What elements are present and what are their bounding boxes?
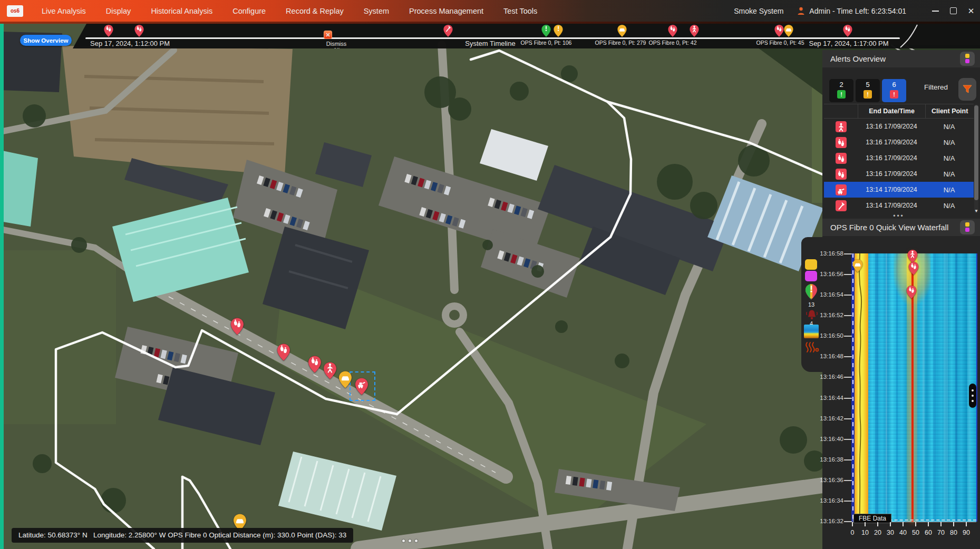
alert-table-row[interactable]: 13:14 17/09/2024N/A [824, 182, 974, 198]
pin-alert-count: 13 [801, 301, 821, 308]
alerts-scrollbar[interactable] [974, 104, 978, 213]
waterfall-right-border [976, 253, 977, 522]
waterfall-thumbnail-icon[interactable] [804, 325, 819, 338]
tick-dash [844, 480, 852, 481]
x-tick [940, 522, 942, 526]
menu-system[interactable]: System [354, 7, 399, 15]
column-end-datetime[interactable]: End Date/Time [858, 104, 926, 118]
timeline-end-curve [885, 24, 921, 48]
alert-count-green[interactable]: 2! [829, 79, 853, 102]
alert-table-row[interactable]: 13:14 17/09/2024N/A [824, 198, 974, 213]
scroll-down-arrow[interactable]: ▼ [974, 209, 978, 213]
alert-count-red[interactable]: 6! [882, 79, 906, 102]
x-tick [852, 522, 853, 526]
tick-dash [844, 356, 852, 357]
footprints-icon [836, 153, 847, 164]
map-footprints-pin[interactable] [307, 355, 322, 376]
timeline-marker-exclaim[interactable] [541, 24, 551, 37]
waterfall-time-tick: 13:16:56 [818, 271, 843, 277]
alert-count-yellow[interactable]: 5! [856, 79, 880, 102]
filter-button[interactable] [958, 78, 976, 101]
timeline-marker-footprints[interactable] [103, 24, 114, 37]
waterfall-footprints-pin[interactable] [906, 285, 917, 301]
tick-dash [844, 315, 852, 316]
maximize-button[interactable] [944, 4, 962, 18]
menu-configure[interactable]: Configure [222, 7, 276, 15]
waterfall-header: OPS Fibre 0 Quick View Waterfall [822, 219, 980, 236]
timeline-label: Sep 17, 2024, 1:17:00 PM [809, 40, 888, 47]
heat-squiggle-icon[interactable] [804, 341, 819, 353]
timeline-marker-footprints[interactable] [134, 24, 144, 37]
waterfall-time-tick: 13:16:54 [818, 291, 843, 298]
timeline-label: OPS Fibre 0, Pt: 45 [756, 40, 804, 46]
main-menu-bar: os6 Live AnalysisDisplayHistorical Analy… [0, 0, 980, 22]
yellow-severity-swatch[interactable] [805, 259, 817, 270]
timeline-marker-person[interactable] [689, 24, 700, 37]
waterfall-time-tick: 13:16:44 [818, 395, 843, 401]
menu-live-analysis[interactable]: Live Analysis [32, 7, 96, 15]
menu-divider [0, 22, 980, 24]
waterfall-drag-handle[interactable] [969, 384, 976, 408]
system-timeline-band[interactable]: Sep 17, 2024, 1:12:00 PMSystem TimelineO… [73, 24, 980, 48]
waterfall-time-tick: 13:16:34 [818, 497, 843, 504]
magenta-severity-swatch[interactable] [805, 271, 817, 281]
tick-dash [844, 377, 852, 378]
menu-display[interactable]: Display [96, 7, 141, 15]
timeline-marker-car[interactable] [617, 24, 627, 37]
map-car-pin[interactable] [338, 370, 353, 391]
timeline-marker-footprints[interactable] [774, 24, 784, 37]
waterfall-title: OPS Fibre 0 Quick View Waterfall [830, 223, 948, 232]
alerts-overview-header: Alerts Overview [822, 50, 980, 67]
alerts-overview-title: Alerts Overview [830, 54, 886, 63]
alert-table-row[interactable]: 13:16 17/09/2024N/A [824, 150, 974, 166]
waterfall-time-tick: 13:16:46 [818, 374, 843, 380]
map-footprints-pin[interactable] [276, 343, 291, 364]
alert-table-row[interactable]: 13:16 17/09/2024N/A [824, 119, 974, 134]
x-tick [953, 522, 954, 526]
timeline-marker-exclaim[interactable] [553, 24, 564, 37]
dismiss-all-icon [324, 31, 332, 39]
timeline-marker-shovel[interactable] [443, 24, 453, 37]
system-name-label: Smoke System [734, 7, 783, 15]
menu-test-tools[interactable]: Test Tools [493, 7, 547, 15]
timeline-marker-footprints[interactable] [667, 24, 678, 37]
timeline-axis-line [85, 37, 900, 39]
map-footprints-pin[interactable] [230, 317, 245, 338]
waterfall-time-tick: 13:16:40 [818, 436, 843, 442]
waterfall-time-tick: 13:16:52 [818, 312, 843, 318]
alerts-table-header: End Date/Time Client Point [824, 104, 974, 119]
map-panel-handle[interactable] [402, 540, 418, 542]
show-overview-button[interactable]: Show Overview [20, 35, 72, 46]
bell-icon[interactable] [806, 309, 818, 321]
waterfall-footprints-pin[interactable] [908, 261, 919, 278]
waterfall-plot[interactable]: FBE Data [852, 253, 976, 522]
waterfall-legend-strip: 13 4 [801, 237, 824, 372]
timeline-marker-car[interactable] [783, 24, 794, 37]
menu-record-replay[interactable]: Record & Replay [276, 7, 354, 15]
person-icon [836, 121, 847, 132]
tick-dash [844, 295, 852, 296]
minimize-button[interactable] [926, 4, 944, 18]
tick-dash [844, 439, 852, 440]
map-digger-pin[interactable] [354, 377, 369, 398]
popout-icon[interactable] [960, 220, 975, 234]
menu-historical-analysis[interactable]: Historical Analysis [141, 7, 222, 15]
popout-icon[interactable] [960, 52, 975, 66]
close-icon [968, 6, 975, 16]
waterfall-time-tick: 13:16:58 [818, 250, 843, 257]
tick-dash [844, 459, 852, 460]
alert-table-row[interactable]: 13:16 17/09/2024N/A [824, 134, 974, 150]
column-client-point[interactable]: Client Point [925, 104, 974, 118]
menu-process-management[interactable]: Process Management [399, 7, 493, 15]
timeline-marker-footprints[interactable] [842, 24, 853, 37]
map-person-pin[interactable] [323, 361, 337, 382]
timeline-label: OPS Fibre 0, Pt: 106 [521, 40, 572, 46]
close-button[interactable] [962, 4, 980, 18]
maximize-icon [950, 7, 957, 14]
x-tick [928, 522, 929, 526]
alert-table-row[interactable]: 13:16 17/09/2024N/A [824, 166, 974, 182]
multi-alert-pin-icon[interactable] [804, 283, 818, 300]
minimize-icon [932, 11, 939, 12]
waterfall-car-pin[interactable] [852, 259, 863, 275]
tick-dash [844, 253, 852, 254]
